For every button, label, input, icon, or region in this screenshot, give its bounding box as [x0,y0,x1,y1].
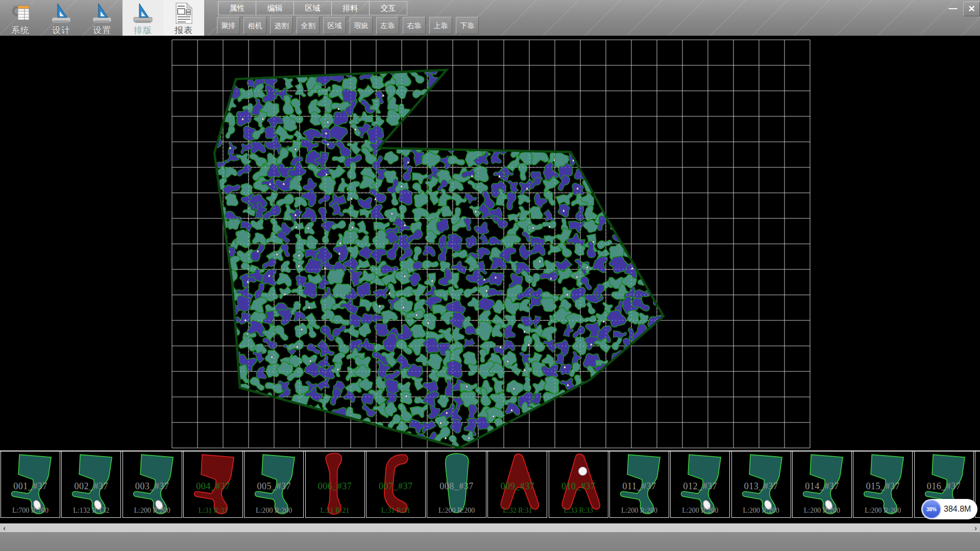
tool-button-8[interactable]: 右靠 [403,17,426,34]
nesting-canvas[interactable] [0,36,980,450]
design-ruler-icon [50,2,72,24]
piece-thumbnail-009_#37[interactable]: 009_#37 L:32 R:31 [487,452,547,518]
piece-shape [366,452,426,517]
status-footer [0,532,980,551]
layout-ruler-icon [132,2,154,24]
tool-button-4[interactable]: 全割 [297,17,320,34]
piece-thumbnail-002_#37[interactable]: 002_#37 L:132 R:132 [61,452,121,518]
layout-button-active[interactable]: 排版 [122,0,163,36]
piece-thumbnail-014_#37[interactable]: 014_#37 L:200 R:200 [792,452,852,518]
menu-tab-5[interactable]: 交互 [369,1,407,15]
menu-tab-2[interactable]: 编辑 [256,1,294,15]
memory-usage-badge: 38% 384.8M [921,499,977,519]
piece-shape [549,452,609,517]
report-doc-icon [173,2,195,24]
piece-shape [123,452,183,517]
system-button[interactable]: 系统 [0,0,41,36]
piece-shape [184,452,243,517]
settings-ruler-icon [91,2,113,24]
scroll-left-arrow[interactable]: ‹ [0,524,9,532]
menu-tab-4[interactable]: 排料 [331,1,370,15]
tool-button-10[interactable]: 下靠 [456,17,479,34]
piece-shape [488,452,548,517]
settings-button-label: 设置 [82,24,122,36]
report-button[interactable]: 报表 [163,0,204,36]
scroll-right-arrow[interactable]: › [971,524,980,532]
layout-button-label: 排版 [122,24,163,36]
system-gear-icon [9,2,32,24]
piece-shape [62,452,121,517]
piece-thumbnail-010_#37[interactable]: 010_#37 L:33 R:33 [549,452,608,518]
report-button-label: 报表 [163,24,204,36]
tool-button-1[interactable]: 聚排 [217,17,240,34]
piece-thumbnail-006_#37[interactable]: 006_#37 L:21 R:21 [305,452,365,518]
menu-tab-1[interactable]: 属性 [218,1,256,15]
piece-thumbnail-004_#37[interactable]: 004_#37 L:31 R:31 [183,452,243,518]
tool-button-9[interactable]: 上靠 [429,17,452,34]
settings-button[interactable]: 设置 [82,0,122,36]
system-button-label: 系统 [0,24,41,36]
piece-thumbnail-005_#37[interactable]: 005_#37 L:200 R:200 [244,452,304,518]
piece-shape [244,452,304,517]
piece-shape [427,452,487,517]
piece-shape [1,452,61,517]
minimize-button[interactable]: — [944,2,962,15]
close-button[interactable]: ✕ [963,2,980,16]
memory-usage-value: 384.8M [944,505,971,514]
piece-thumbnail-strip: 001_#37 L:700 R:700 002_#37 L:132 R:132 … [0,450,980,519]
tool-button-3[interactable]: 选割 [270,17,293,34]
design-button-label: 设计 [41,24,82,36]
tool-button-5[interactable]: 区域 [323,17,346,34]
progress-percent-badge: 38% [922,499,941,519]
top-toolbar: 系统 设计 设置 [0,0,980,36]
piece-thumbnail-007_#37[interactable]: 007_#37 L:31 R:31 [366,452,426,518]
piece-thumbnail-003_#37[interactable]: 003_#37 L:200 R:200 [122,452,182,518]
menu-tab-row: 属性编辑区域排料交互 [218,1,407,15]
tool-button-7[interactable]: 左靠 [376,17,399,34]
piece-thumbnail-012_#37[interactable]: 012_#37 L:200 R:200 [670,452,730,518]
tool-button-2[interactable]: 相机 [243,17,266,34]
piece-shape [793,452,852,517]
piece-thumbnail-011_#37[interactable]: 011_#37 L:200 R:200 [609,452,669,518]
design-button[interactable]: 设计 [41,0,82,36]
piece-shape [853,452,913,517]
piece-shape [306,452,365,517]
piece-thumbnail-015_#37[interactable]: 015_#37 L:200 R:200 [853,452,913,518]
menu-tab-3[interactable]: 区域 [293,1,332,15]
tool-button-row: 聚排相机选割全割区域瑕疵左靠右靠上靠下靠 [217,17,482,34]
piece-shape [671,452,730,517]
tool-button-6[interactable]: 瑕疵 [350,17,373,34]
piece-thumbnail-008_#37[interactable]: 008_#37 L:200 R:200 [427,452,486,518]
piece-shape [732,452,792,517]
piece-shape [610,452,670,517]
thumbnail-scrollbar[interactable]: ‹ › [0,523,980,532]
piece-thumbnail-013_#37[interactable]: 013_#37 L:200 R:200 [731,452,791,518]
piece-thumbnail-001_#37[interactable]: 001_#37 L:700 R:700 [1,452,60,518]
